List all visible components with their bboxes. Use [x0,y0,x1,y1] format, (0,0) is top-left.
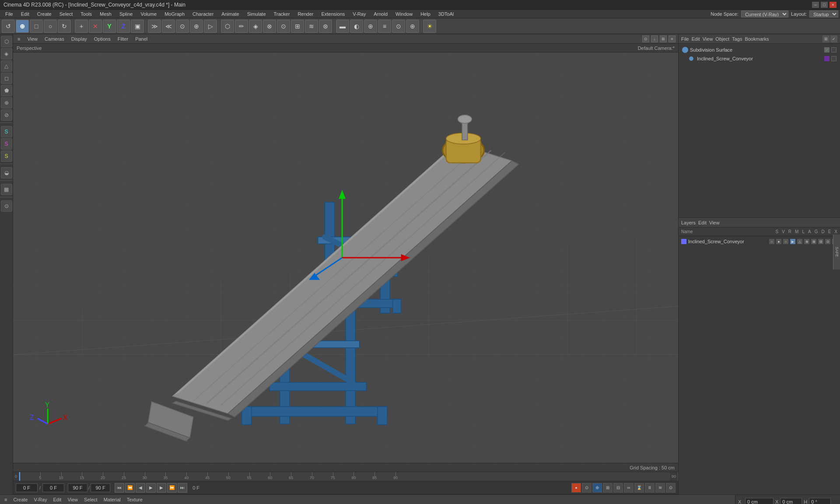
tool-6[interactable]: ⬡ [221,20,234,33]
mat-view[interactable]: View [66,496,80,503]
h-input[interactable] [809,498,831,504]
layers-view-menu[interactable]: View [709,220,720,225]
sidebar-btn-11[interactable]: ◒ [1,167,12,178]
z-axis-button[interactable]: Z [117,20,130,33]
mat-select[interactable]: Select [82,496,99,503]
obj-bookmarks-menu[interactable]: Bookmarks [745,36,769,42]
x2-input[interactable] [780,498,802,504]
node-space-select[interactable]: Current (V-Ray) [741,10,788,18]
tool-18[interactable]: ⊙ [392,20,405,33]
timeline-ruler[interactable]: 051015202530354045505560657075808590 [19,472,670,481]
mat-icon[interactable]: ≡ [3,496,9,503]
mode-btn-5[interactable]: ⌛ [634,483,644,493]
obj-panel-icon-2[interactable]: ✓ [830,35,837,42]
tool-11[interactable]: ⊞ [291,20,304,33]
select-tool-button[interactable]: ↻ [58,20,71,33]
obj-file-menu[interactable]: File [681,36,689,42]
mat-texture[interactable]: Texture [125,496,144,503]
undo-button[interactable]: ↺ [2,20,15,33]
layer-btn-s[interactable]: ○ [769,239,774,244]
menu-select[interactable]: Select [56,10,77,18]
tool-1[interactable]: ≫ [148,20,161,33]
menu-tracker[interactable]: Tracker [270,10,294,18]
menu-tools[interactable]: Tools [77,10,95,18]
menu-edit[interactable]: Edit [18,10,33,18]
layer-btn-v[interactable]: ● [776,239,781,244]
layers-edit-menu[interactable]: Edit [698,220,707,225]
prev-key-button[interactable]: ⏪ [125,483,135,493]
end-frame-input2[interactable] [91,483,110,492]
move-tool-button[interactable]: ⊕ [16,20,29,33]
next-key-button[interactable]: ⏩ [167,483,177,493]
sidebar-btn-2[interactable]: ◈ [1,48,12,60]
add-button[interactable]: + [75,20,88,33]
obj-object-menu[interactable]: Object [715,36,729,42]
mat-vray[interactable]: V-Ray [32,496,49,503]
object-item-conveyor[interactable]: Inclined_Screw_Conveyor [680,54,838,63]
close-button[interactable]: ✕ [830,2,836,8]
menu-animate[interactable]: Animate [218,10,242,18]
light-button[interactable]: ☀ [423,20,436,33]
mat-create[interactable]: Create [11,496,29,503]
layers-menu[interactable]: Layers [681,220,696,225]
tool-13[interactable]: ⊛ [319,20,332,33]
mode-btn-2[interactable]: ⊞ [603,483,612,493]
menu-spline[interactable]: Spline [116,10,136,18]
goto-start-button[interactable]: ⏮ [115,483,124,493]
scale-tool-button[interactable]: □ [30,20,43,33]
step-forward-button[interactable]: ▶ [157,483,166,493]
vp-menu-cameras[interactable]: Cameras [43,35,66,42]
tool-14[interactable]: ▬ [336,20,349,33]
vp-menu-filter[interactable]: Filter [116,35,130,42]
tool-4[interactable]: ⊕ [190,20,203,33]
fps-input[interactable] [68,483,88,492]
vp-icon-4[interactable]: ≡ [668,35,676,42]
mode-btn-7[interactable]: ≋ [655,483,665,493]
delete-button[interactable]: ✕ [89,20,102,33]
sidebar-btn-5[interactable]: ⬟ [1,85,12,96]
tool-3[interactable]: ⊙ [176,20,189,33]
layer-btn-l[interactable]: △ [797,239,802,244]
menu-render[interactable]: Render [294,10,317,18]
menu-window[interactable]: Window [392,10,416,18]
menu-mograph[interactable]: MoGraph [161,10,188,18]
mode-btn-1[interactable]: ⊕ [592,483,602,493]
mode-btn-6[interactable]: ⏸ [645,483,654,493]
tool-19[interactable]: ⊕ [406,20,419,33]
mode-btn-8[interactable]: ⊙ [666,483,676,493]
vp-menu-view[interactable]: View [25,35,39,42]
obj-edit-menu[interactable]: Edit [692,36,700,42]
minimize-button[interactable]: ─ [812,2,819,8]
tool-8[interactable]: ◈ [249,20,262,33]
sidebar-btn-3[interactable]: △ [1,60,12,72]
sidebar-btn-6[interactable]: ⊕ [1,97,12,108]
vp-menu-icon[interactable]: ≡ [16,35,22,42]
sidebar-btn-10[interactable]: S [1,150,12,162]
mode-btn-3[interactable]: ⊟ [613,483,623,493]
layer-btn-d[interactable]: ⊟ [818,239,823,244]
object-mode-button[interactable]: ▣ [131,20,144,33]
sidebar-btn-12[interactable]: ▦ [1,184,12,195]
menu-simulate[interactable]: Simulate [244,10,270,18]
vp-menu-panel[interactable]: Panel [133,35,149,42]
layer-btn-e[interactable]: ⊙ [825,239,830,244]
menu-3dtotal[interactable]: 3DToAl [435,10,457,18]
object-item-subdivision[interactable]: Subdivision Surface ✓ [680,46,838,54]
layer-btn-g[interactable]: ⊞ [811,239,816,244]
obj-view-menu[interactable]: View [703,36,713,42]
step-back-button[interactable]: ◀ [136,483,145,493]
tool-10[interactable]: ⊙ [277,20,290,33]
goto-end-button[interactable]: ⏭ [178,483,187,493]
safe-tab[interactable]: SAFE [833,234,840,270]
menu-help[interactable]: Help [417,10,434,18]
tool-12[interactable]: ≋ [305,20,318,33]
vp-icon-1[interactable]: ⊙ [642,35,649,42]
sidebar-btn-9[interactable]: S [1,138,12,150]
mat-material[interactable]: Material [102,496,122,503]
rotate-tool-button[interactable]: ○ [44,20,57,33]
timeline-cursor[interactable] [19,472,20,481]
menu-mesh[interactable]: Mesh [96,10,115,18]
sidebar-btn-8[interactable]: S [1,126,12,137]
layer-btn-a[interactable]: ⊕ [804,239,809,244]
menu-vray[interactable]: V-Ray [349,10,369,18]
